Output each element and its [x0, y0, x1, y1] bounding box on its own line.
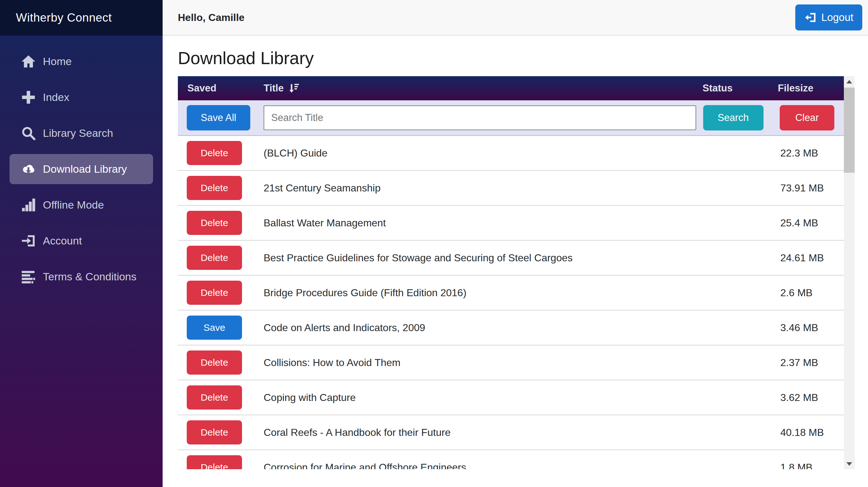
sidebar-header: Witherby Connect — [0, 0, 163, 36]
row-action-button[interactable]: Delete — [187, 281, 242, 305]
row-title: Collisions: How to Avoid Them — [264, 357, 696, 368]
scrollbar-down-button[interactable] — [844, 458, 855, 469]
table-row: Save Code on Alerts and Indicators, 2009… — [178, 311, 844, 346]
sidebar-item-account[interactable]: Account — [9, 226, 153, 256]
table-rows: Delete (BLCH) Guide 22.3 MB Delete 21st … — [178, 136, 844, 469]
content: Download Library Saved Title — [163, 36, 868, 469]
table-row: Delete (BLCH) Guide 22.3 MB — [178, 136, 844, 171]
home-icon — [21, 54, 36, 69]
col-header-title[interactable]: Title — [264, 83, 696, 94]
row-filesize: 2.37 MB — [770, 357, 844, 368]
row-action-button[interactable]: Delete — [187, 176, 242, 200]
list-icon — [21, 269, 36, 284]
row-action-button[interactable]: Delete — [187, 385, 242, 410]
sign-in-icon — [21, 233, 36, 248]
sort-descending-icon[interactable] — [289, 83, 300, 94]
logout-label: Logout — [821, 11, 854, 24]
page-title: Download Library — [178, 47, 855, 69]
app-window: Witherby Connect Home Index Library Sear… — [0, 0, 868, 487]
row-action-button[interactable]: Delete — [187, 351, 242, 375]
sidebar-item-label: Download Library — [43, 163, 127, 175]
row-action-button[interactable]: Save — [187, 316, 242, 340]
brand-title: Witherby Connect — [16, 11, 112, 25]
sidebar-item-label: Library Search — [43, 127, 113, 139]
row-action-button[interactable]: Delete — [187, 420, 242, 445]
table-row: Delete Corrosion for Marine and Offshore… — [178, 450, 844, 469]
cloud-download-icon — [21, 162, 36, 176]
save-all-button[interactable]: Save All — [187, 105, 250, 130]
table-header-row: Saved Title — [178, 76, 844, 100]
clear-button[interactable]: Clear — [780, 105, 834, 130]
logout-button[interactable]: Logout — [795, 4, 862, 30]
arrow-down-icon — [846, 462, 852, 466]
greeting-text: Hello, Camille — [178, 12, 245, 24]
main-area: Hello, Camille Logout Download Library — [163, 0, 868, 487]
row-title: (BLCH) Guide — [264, 147, 696, 159]
row-title: 21st Century Seamanship — [264, 182, 696, 194]
row-filesize: 40.18 MB — [770, 427, 844, 439]
row-title: Code on Alerts and Indicators, 2009 — [264, 322, 696, 334]
row-filesize: 24.61 MB — [770, 252, 844, 264]
sidebar-item-label: Account — [43, 235, 82, 247]
row-filesize: 22.3 MB — [770, 147, 844, 159]
table-row: Delete 21st Century Seamanship 73.91 MB — [178, 171, 844, 206]
col-header-saved: Saved — [178, 83, 264, 94]
col-header-title-label: Title — [264, 83, 284, 94]
row-title: Ballast Water Management — [264, 217, 696, 229]
plus-icon — [21, 90, 36, 105]
download-table-container: Saved Title — [178, 76, 855, 469]
row-action-button[interactable]: Delete — [187, 141, 242, 165]
row-filesize: 73.91 MB — [770, 182, 844, 194]
table-scrollbar[interactable] — [844, 76, 855, 469]
table-row: Delete Coral Reefs - A Handbook for thei… — [178, 415, 844, 450]
row-filesize: 3.46 MB — [770, 322, 844, 334]
table-row: Delete Collisions: How to Avoid Them 2.3… — [178, 346, 844, 380]
sidebar-nav: Home Index Library Search — [0, 36, 163, 292]
download-table: Saved Title — [178, 76, 844, 469]
bar-chart-icon — [21, 197, 36, 213]
row-title: Coral Reefs - A Handbook for their Futur… — [264, 427, 696, 439]
row-action-button[interactable]: Delete — [187, 246, 242, 270]
row-filesize: 1.8 MB — [770, 462, 844, 469]
table-row: Delete Bridge Procedures Guide (Fifth Ed… — [178, 275, 844, 311]
sidebar-item-offline-mode[interactable]: Offline Mode — [9, 190, 153, 220]
topbar: Hello, Camille Logout — [163, 0, 868, 36]
search-icon — [21, 126, 36, 141]
table-row: Delete Ballast Water Management 25.4 MB — [178, 206, 844, 241]
logout-icon — [804, 11, 816, 24]
sidebar-item-index[interactable]: Index — [9, 82, 153, 112]
row-action-button[interactable]: Delete — [187, 211, 242, 235]
sidebar: Witherby Connect Home Index Library Sear… — [0, 0, 163, 487]
table-row: Delete Coping with Capture 3.62 MB — [178, 380, 844, 415]
row-title: Best Practice Guidelines for Stowage and… — [264, 252, 696, 264]
sidebar-item-label: Offline Mode — [43, 199, 104, 211]
search-title-input[interactable] — [264, 105, 696, 130]
table-filter-row: Save All Search Clear — [178, 100, 844, 136]
arrow-up-icon — [846, 80, 852, 84]
sidebar-item-label: Home — [43, 55, 72, 68]
row-title: Coping with Capture — [264, 392, 696, 403]
row-filesize: 25.4 MB — [770, 217, 844, 229]
col-header-status: Status — [696, 83, 770, 94]
row-action-button[interactable]: Delete — [187, 455, 242, 469]
row-title: Corrosion for Marine and Offshore Engine… — [264, 462, 696, 469]
table-row: Delete Best Practice Guidelines for Stow… — [178, 241, 844, 275]
scrollbar-thumb[interactable] — [844, 88, 855, 173]
search-button[interactable]: Search — [703, 105, 764, 130]
sidebar-item-download-library[interactable]: Download Library — [9, 154, 153, 184]
col-header-filesize: Filesize — [770, 83, 844, 94]
sidebar-item-library-search[interactable]: Library Search — [9, 118, 153, 148]
sidebar-item-label: Index — [43, 91, 69, 103]
row-filesize: 2.6 MB — [770, 287, 844, 299]
sidebar-item-home[interactable]: Home — [9, 46, 153, 76]
sidebar-item-label: Terms & Conditions — [43, 270, 136, 283]
scrollbar-up-button[interactable] — [844, 76, 855, 87]
sidebar-item-terms[interactable]: Terms & Conditions — [9, 262, 153, 292]
row-filesize: 3.62 MB — [770, 392, 844, 403]
row-title: Bridge Procedures Guide (Fifth Edition 2… — [264, 287, 696, 299]
